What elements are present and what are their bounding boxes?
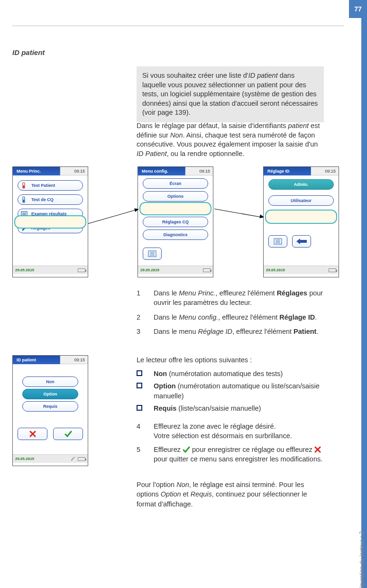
list-icon — [148, 250, 156, 257]
footer: 29.05.2015 — [138, 266, 213, 274]
btn-test-patient[interactable]: Test Patient — [18, 180, 83, 191]
btn-reglage-id[interactable]: Réglage ID — [143, 204, 208, 214]
txt-i: ID Patient — [137, 150, 167, 157]
btn-diagnostics[interactable]: Diagnostics — [143, 230, 208, 240]
txt-b: Option — [154, 382, 176, 390]
device-config-menu: Menu config. 09:15 Écran Options Réglage… — [138, 166, 213, 277]
step-1: 1 Dans le Menu Princ., effleurez l'éléme… — [137, 288, 324, 308]
btn-patient[interactable]: Patient — [268, 211, 334, 222]
txt-i: Menu config. — [179, 313, 218, 321]
titlebar: Menu Princ. 09:15 — [13, 167, 88, 175]
txt: , ou la rendre optionnelle. — [167, 150, 245, 157]
btn-admin[interactable]: Admin. — [268, 179, 334, 190]
titlebar: Réglage ID 09:15 — [264, 167, 339, 175]
txt: , effleurez l'élément — [232, 328, 294, 335]
txt: , effleurez l'élément — [216, 289, 277, 297]
label: Options — [167, 194, 184, 199]
battery-icon — [329, 268, 336, 272]
square-bullet-icon — [137, 370, 142, 376]
vial-red-icon — [20, 182, 28, 189]
label: Utilisateur — [291, 198, 312, 203]
txt-i: patient — [288, 122, 309, 129]
check-icon — [64, 431, 72, 437]
txt: Effleurez — [154, 446, 183, 453]
info-box: Si vous souhaitez créer une liste d'ID p… — [137, 66, 324, 122]
svg-rect-3 — [23, 200, 25, 202]
clock: 09:15 — [311, 167, 339, 175]
step-2: 2 Dans le Menu config., effleurez l'élém… — [137, 312, 324, 322]
btn-back[interactable] — [292, 235, 311, 248]
step-num: 4 — [137, 422, 154, 441]
svg-rect-1 — [23, 185, 25, 188]
step-3: 3 Dans le menu Réglage ID, effleurez l'é… — [137, 327, 324, 336]
label: Réglage ID — [165, 207, 187, 211]
results-icon — [20, 210, 28, 218]
arrow-line-2 — [214, 209, 263, 218]
step-num: 5 — [137, 445, 154, 464]
square-bullet-icon — [137, 405, 142, 411]
btn-options[interactable]: Options — [143, 191, 208, 202]
battery-icon — [78, 457, 85, 461]
txt-i: Non — [170, 131, 183, 139]
btn-log[interactable] — [268, 235, 287, 248]
date: 29.05.2015 — [15, 268, 34, 272]
btn-ecran[interactable]: Écran — [143, 178, 208, 189]
label: Requis — [43, 404, 57, 409]
paragraph-options-intro: Le lecteur offre les options suivantes : — [137, 355, 324, 365]
battery-icon — [203, 268, 211, 272]
txt: Dans le réglage par défaut, la saisie d'… — [137, 122, 288, 129]
btn-option[interactable]: Option — [22, 389, 78, 399]
divider — [12, 26, 344, 26]
btn-exam-results[interactable]: Examen résultats — [18, 209, 83, 219]
btn-test-cq[interactable]: Test de CQ — [18, 194, 83, 205]
label: Réglages — [31, 226, 50, 230]
txt-b: Non — [154, 370, 167, 377]
txt-i: Non — [176, 481, 189, 488]
arrow-line-1 — [88, 210, 136, 224]
check-icon — [183, 446, 190, 452]
label: Admin. — [294, 182, 309, 187]
device-id-patient: ID patient 09:15 Non Option Requis 29.05… — [12, 355, 88, 466]
screen-title: Menu Princ. — [13, 167, 60, 175]
btn-log[interactable] — [143, 248, 162, 260]
txt: pour quitter ce menu sans enregistrer le… — [154, 455, 322, 463]
txt: (liste/scan/saisie manuelle) — [176, 404, 261, 412]
txt-b: Réglage ID — [279, 313, 315, 321]
wireless-icon — [71, 457, 76, 461]
btn-reglages-cq[interactable]: Réglages CQ — [143, 217, 208, 227]
step-num: 3 — [137, 327, 154, 336]
label: Réglages CQ — [162, 220, 189, 224]
screen-title: Réglage ID — [264, 167, 311, 175]
label: Patient — [294, 214, 308, 219]
device-reglage-id: Réglage ID 09:15 Admin. Utilisateur Pati… — [263, 166, 339, 277]
bullets-options: Non (numérotation automatique des tests)… — [137, 369, 324, 416]
footer: 29.05.2015 — [13, 266, 88, 274]
info-italic: ID patient — [248, 72, 278, 79]
btn-confirm[interactable] — [53, 428, 83, 440]
page-number-tab: 77 — [349, 0, 367, 18]
svg-marker-16 — [296, 239, 307, 244]
txt: Dans le — [154, 289, 179, 297]
label: Écran — [169, 181, 181, 186]
btn-requis[interactable]: Requis — [22, 401, 78, 412]
date: 29.05.2015 — [15, 457, 34, 461]
screen-title: Menu config. — [138, 167, 185, 175]
txt-i: Menu Princ. — [179, 289, 215, 297]
txt: pour enregistrer ce réglage ou effleurez — [190, 446, 314, 453]
btn-cancel[interactable] — [18, 428, 47, 440]
bullet-non: Non (numérotation automatique des tests) — [137, 369, 324, 378]
arrow-head-2 — [259, 214, 264, 219]
paragraph-default-setting: Dans le réglage par défaut, la saisie d'… — [137, 121, 324, 158]
btn-utilisateur[interactable]: Utilisateur — [268, 195, 334, 206]
steps-group-2: 4 Effleurez la zone avec le réglage dési… — [137, 422, 324, 468]
section-title: ID patient — [12, 48, 45, 56]
btn-settings[interactable]: Réglages — [18, 223, 83, 233]
arrow-left-icon — [296, 239, 307, 244]
cross-icon — [29, 431, 36, 437]
btn-non[interactable]: Non — [22, 377, 78, 387]
txt-i: Option — [161, 490, 181, 498]
footer: 29.05.2015 — [264, 266, 339, 274]
txt: (numérotation automatique des tests) — [167, 370, 283, 377]
vial-blue-icon — [20, 196, 28, 203]
clock: 09:15 — [60, 356, 88, 364]
